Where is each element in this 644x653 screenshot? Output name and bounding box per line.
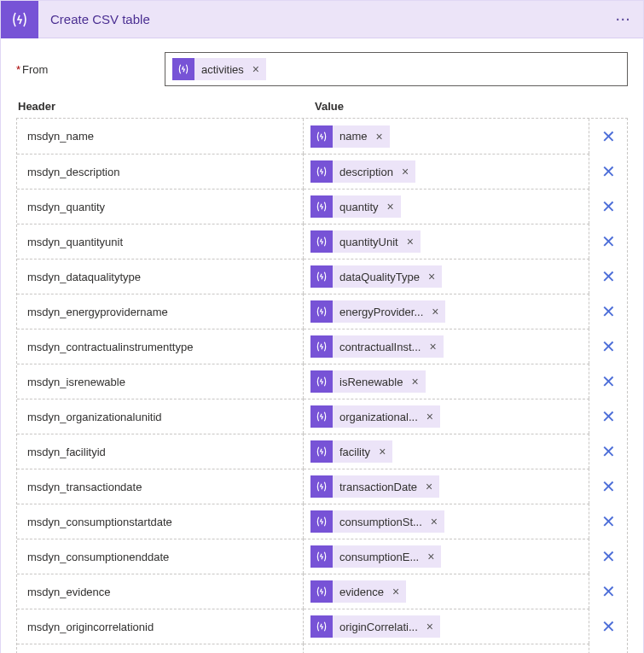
value-token[interactable]: quantityUnit×: [310, 230, 421, 253]
header-cell[interactable]: msdyn_name: [17, 119, 304, 154]
delete-row-icon[interactable]: ✕: [601, 233, 616, 250]
delete-row-icon[interactable]: ✕: [601, 443, 616, 460]
delete-row-icon[interactable]: ✕: [601, 373, 616, 390]
dynamic-content-icon: [310, 230, 333, 253]
delete-row-icon[interactable]: ✕: [601, 303, 616, 320]
value-cell[interactable]: name×: [304, 119, 589, 154]
value-cell[interactable]: contractualInst...×: [304, 329, 589, 364]
delete-cell: ✕: [589, 609, 627, 644]
header-cell[interactable]: msdyn_facilityid: [17, 434, 304, 469]
value-cell[interactable]: isRenewable×: [304, 364, 589, 399]
dynamic-content-icon: [310, 300, 333, 323]
value-token[interactable]: quantity×: [310, 195, 401, 218]
header-cell[interactable]: msdyn_consumptionstartdate: [17, 504, 304, 539]
value-token[interactable]: consumptionSt...×: [310, 510, 444, 533]
header-cell[interactable]: msdyn_dataqualitytype: [17, 259, 304, 294]
token-remove-icon[interactable]: ×: [429, 341, 436, 353]
header-cell[interactable]: msdyn_quantity: [17, 189, 304, 224]
token-remove-icon[interactable]: ×: [407, 236, 414, 248]
value-token[interactable]: isRenewable×: [310, 370, 426, 393]
value-cell[interactable]: dataQualityType×: [304, 259, 589, 294]
token-remove-icon[interactable]: ×: [432, 306, 438, 318]
token-remove-icon[interactable]: ×: [387, 201, 394, 213]
token-remove-icon[interactable]: ×: [411, 376, 418, 388]
token-remove-icon[interactable]: ×: [252, 63, 259, 75]
token-remove-icon[interactable]: ×: [428, 271, 435, 283]
value-token[interactable]: facility×: [310, 440, 392, 463]
token-remove-icon[interactable]: ×: [392, 586, 399, 598]
value-token[interactable]: dataQualityType×: [310, 265, 442, 288]
header-cell[interactable]: msdyn_quantityunit: [17, 224, 304, 259]
delete-cell: ✕: [589, 294, 627, 329]
header-cell[interactable]: msdyn_description: [17, 154, 304, 189]
value-token[interactable]: description×: [310, 160, 415, 183]
token-remove-icon[interactable]: ×: [427, 551, 434, 563]
delete-row-icon[interactable]: ✕: [601, 198, 616, 215]
token-remove-icon[interactable]: ×: [402, 166, 409, 178]
value-token[interactable]: energyProvider...×: [310, 300, 445, 323]
header-cell[interactable]: msdyn_evidence: [17, 574, 304, 609]
value-token-label: transactionDate: [339, 481, 417, 493]
value-cell[interactable]: description×: [304, 154, 589, 189]
value-token[interactable]: originCorrelati...×: [310, 615, 440, 638]
token-remove-icon[interactable]: ×: [426, 621, 433, 633]
delete-cell: ✕: [589, 504, 627, 539]
dynamic-content-icon: [310, 580, 333, 603]
header-text: msdyn_isrenewable: [27, 376, 125, 388]
value-token[interactable]: contractualInst...×: [310, 335, 444, 358]
delete-row-icon[interactable]: ✕: [601, 618, 616, 635]
value-cell[interactable]: energyProvider...×: [304, 294, 589, 329]
header-cell[interactable]: [17, 644, 304, 653]
value-cell[interactable]: organizational...×: [304, 399, 589, 434]
token-remove-icon[interactable]: ×: [431, 516, 438, 528]
mapping-row: msdyn_organizationalunitidorganizational…: [17, 399, 627, 434]
card-menu-button[interactable]: ···: [604, 13, 643, 26]
columns-header-row: Header Value: [16, 96, 628, 118]
value-cell[interactable]: consumptionE...×: [304, 539, 589, 574]
delete-row-icon[interactable]: ✕: [601, 583, 616, 600]
mapping-table: msdyn_namename×✕msdyn_descriptiondescrip…: [16, 118, 628, 653]
value-cell[interactable]: evidence×: [304, 574, 589, 609]
delete-cell: ✕: [589, 154, 627, 189]
header-cell[interactable]: msdyn_contractualinstrumenttype: [17, 329, 304, 364]
value-cell[interactable]: [304, 644, 589, 653]
from-token[interactable]: activities ×: [172, 58, 266, 80]
mapping-row: msdyn_dataqualitytypedataQualityType×✕: [17, 259, 627, 294]
delete-row-icon[interactable]: ✕: [601, 513, 616, 530]
delete-row-icon[interactable]: ✕: [601, 163, 616, 180]
header-cell[interactable]: msdyn_origincorrelationid: [17, 609, 304, 644]
value-cell[interactable]: transactionDate×: [304, 469, 589, 504]
header-cell[interactable]: msdyn_organizationalunitid: [17, 399, 304, 434]
header-cell[interactable]: msdyn_transactiondate: [17, 469, 304, 504]
value-token[interactable]: evidence×: [310, 580, 406, 603]
value-cell[interactable]: facility×: [304, 434, 589, 469]
value-cell[interactable]: quantity×: [304, 189, 589, 224]
token-remove-icon[interactable]: ×: [379, 446, 386, 458]
delete-row-icon[interactable]: ✕: [601, 128, 616, 145]
dynamic-content-icon: [310, 440, 333, 463]
value-cell[interactable]: quantityUnit×: [304, 224, 589, 259]
header-cell[interactable]: msdyn_consumptionenddate: [17, 539, 304, 574]
action-card: Create CSV table ··· * From activi: [0, 0, 644, 653]
header-cell[interactable]: msdyn_energyprovidername: [17, 294, 304, 329]
value-cell[interactable]: consumptionSt...×: [304, 504, 589, 539]
token-remove-icon[interactable]: ×: [376, 131, 383, 143]
required-asterisk: *: [16, 63, 20, 76]
delete-row-icon[interactable]: ✕: [601, 548, 616, 565]
value-token-label: dataQualityType: [339, 271, 420, 283]
header-cell[interactable]: msdyn_isrenewable: [17, 364, 304, 399]
value-cell[interactable]: originCorrelati...×: [304, 609, 589, 644]
delete-row-icon[interactable]: ✕: [601, 268, 616, 285]
from-input[interactable]: activities ×: [165, 52, 628, 86]
token-remove-icon[interactable]: ×: [426, 481, 432, 493]
token-remove-icon[interactable]: ×: [426, 411, 433, 423]
value-token[interactable]: consumptionE...×: [310, 545, 441, 568]
value-token[interactable]: transactionDate×: [310, 475, 439, 498]
header-text: msdyn_consumptionenddate: [27, 551, 169, 563]
delete-row-icon[interactable]: ✕: [601, 478, 616, 495]
value-token[interactable]: name×: [310, 125, 390, 148]
delete-row-icon[interactable]: ✕: [601, 408, 616, 425]
value-token[interactable]: organizational...×: [310, 405, 440, 428]
delete-row-icon[interactable]: ✕: [601, 338, 616, 355]
value-column-label: Value: [315, 100, 626, 113]
